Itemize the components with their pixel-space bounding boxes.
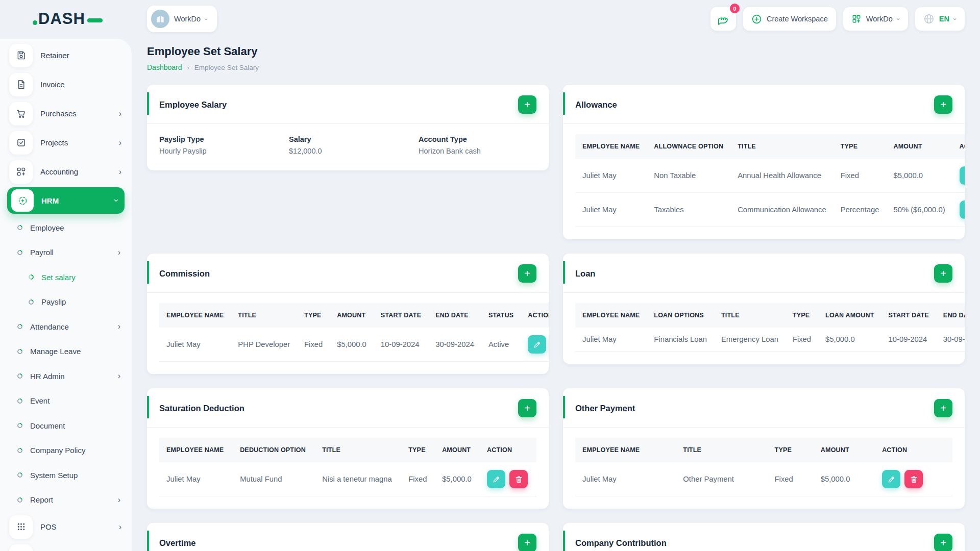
bullet-icon	[16, 422, 23, 429]
sidebar-item-event[interactable]: Event	[0, 389, 132, 414]
sidebar-item-system-setup[interactable]: System Setup	[0, 463, 132, 488]
column-header: TITLE	[714, 303, 786, 328]
sidebar-nav: RetainerInvoicePurchases›Projects›Accoun…	[0, 39, 132, 551]
sidebar-item-payslip[interactable]: Payslip	[0, 290, 132, 315]
sidebar-item-employee[interactable]: Employee	[0, 215, 132, 240]
pencil-icon	[964, 171, 965, 180]
table-cell: Other Payment	[676, 462, 767, 496]
table-row: Juliet MayNon TaxableAnnual Health Allow…	[575, 159, 965, 193]
edit-button[interactable]	[960, 166, 965, 185]
bullet-icon	[16, 372, 23, 380]
card-header: Loan+	[563, 254, 965, 293]
table-row: Juliet MayPHP DeveloperFixed$5,000.010-0…	[159, 328, 549, 362]
table-cell: Fixed	[786, 328, 818, 352]
purchases-icon	[9, 102, 33, 126]
sidebar-item-manage-leave[interactable]: Manage Leave	[0, 339, 132, 364]
card-title: Overtime	[159, 538, 196, 548]
chevron-right-icon: ›	[119, 109, 121, 118]
add-commission-button[interactable]: +	[518, 264, 536, 283]
workspace-selector[interactable]: WorkDo ›	[147, 6, 217, 32]
column-header: AMOUNT	[330, 303, 374, 328]
table-cell: Juliet May	[575, 193, 647, 227]
sidebar-item-crm[interactable]: CRM›	[0, 541, 132, 551]
table-cell: Juliet May	[575, 328, 647, 352]
sidebar-item-label: Attendance	[30, 322, 110, 331]
add-company-contribution-button[interactable]: +	[934, 534, 952, 551]
sidebar-item-projects[interactable]: Projects›	[0, 128, 132, 157]
sidebar-item-retainer[interactable]: Retainer	[0, 41, 132, 70]
sidebar-item-accounting[interactable]: Accounting›	[0, 157, 132, 186]
workspace-avatar-building-icon	[151, 10, 169, 28]
add-loan-button[interactable]: +	[934, 264, 952, 283]
card-loan: Loan+EMPLOYEE NAMELOAN OPTIONSTITLETYPEL…	[563, 254, 965, 364]
card-title: Saturation Deduction	[159, 404, 244, 413]
sidebar-item-payroll[interactable]: Payroll›	[0, 240, 132, 265]
sidebar-item-hr-admin[interactable]: HR Admin›	[0, 364, 132, 389]
sidebar-item-set-salary[interactable]: Set salary	[0, 265, 132, 290]
column-header: EMPLOYEE NAME	[575, 303, 647, 328]
sidebar-item-pos[interactable]: POS›	[0, 512, 132, 541]
edit-button[interactable]	[487, 470, 505, 488]
field-label: Salary	[289, 135, 419, 143]
app-logo[interactable]: DASH	[33, 10, 132, 28]
sidebar-item-company-policy[interactable]: Company Policy	[0, 438, 132, 463]
sidebar-item-label: Event	[30, 396, 120, 405]
table-cell: Fixed	[834, 159, 887, 193]
column-header: AMOUNT	[886, 134, 952, 159]
allowance-table: EMPLOYEE NAMEALLOWNACE OPTIONTITLETYPEAM…	[575, 134, 965, 227]
language-dropdown[interactable]: EN ›	[915, 7, 965, 31]
messages-button[interactable]: 0	[710, 7, 736, 31]
app-menu-dropdown[interactable]: WorkDo ›	[843, 7, 908, 31]
edit-button[interactable]	[960, 201, 965, 219]
field-label: Account Type	[419, 135, 536, 143]
sidebar-item-document[interactable]: Document	[0, 413, 132, 438]
sidebar-item-label: System Setup	[30, 471, 120, 480]
add-saturation-deduction-button[interactable]: +	[518, 399, 536, 417]
table-cell: Active	[481, 328, 521, 362]
sidebar-item-purchases[interactable]: Purchases›	[0, 99, 132, 128]
column-header: TYPE	[401, 438, 435, 462]
breadcrumb-dashboard-link[interactable]: Dashboard	[147, 63, 182, 71]
chevron-down-icon: ›	[895, 18, 902, 20]
breadcrumb: Dashboard › Employee Set Salary	[147, 63, 965, 71]
sidebar-item-hrm[interactable]: HRM›	[7, 187, 125, 214]
sidebar-item-label: POS	[40, 522, 111, 531]
bullet-icon	[16, 249, 23, 256]
column-header: END DATE	[428, 303, 481, 328]
plus-circle-icon	[751, 14, 762, 24]
accounting-icon	[9, 160, 33, 184]
delete-button[interactable]	[904, 470, 923, 488]
pos-icon	[9, 515, 33, 539]
messages-count-badge: 0	[730, 4, 740, 13]
create-workspace-button[interactable]: Create Workspace	[743, 7, 836, 31]
table-cell: Juliet May	[575, 159, 647, 193]
add-allowance-button[interactable]: +	[934, 95, 952, 114]
bullet-icon	[16, 224, 23, 231]
bullet-icon	[16, 323, 23, 330]
table-cell: Emergency Loan	[714, 328, 786, 352]
delete-button[interactable]	[509, 470, 528, 488]
action-cell	[952, 159, 965, 193]
add-overtime-button[interactable]: +	[518, 534, 536, 551]
table-cell: 10-09-2024	[881, 328, 936, 352]
sidebar-item-invoice[interactable]: Invoice	[0, 70, 132, 99]
sidebar-item-report[interactable]: Report›	[0, 488, 132, 513]
projects-icon	[9, 131, 33, 155]
sidebar-item-attendance[interactable]: Attendance›	[0, 314, 132, 339]
sidebar-item-label: Set salary	[41, 273, 120, 282]
card-other-payment: Other Payment+EMPLOYEE NAMETITLETYPEAMOU…	[563, 388, 965, 509]
column-header: TITLE	[676, 438, 767, 462]
table-cell: 50% ($6,000.0)	[886, 193, 952, 227]
add-other-payment-button[interactable]: +	[934, 399, 952, 417]
edit-button[interactable]	[882, 470, 900, 488]
column-header: START DATE	[374, 303, 428, 328]
plus-icon: +	[940, 268, 946, 279]
bullet-icon	[28, 298, 35, 306]
pencil-icon	[887, 475, 896, 484]
column-header: ACTION	[521, 303, 549, 328]
card-header: Employee Salary+	[147, 85, 549, 124]
edit-button[interactable]	[528, 335, 546, 354]
plus-icon: +	[524, 538, 530, 548]
add-employee-salary-button[interactable]: +	[518, 95, 536, 114]
table-cell: $5,000.0	[814, 462, 875, 496]
